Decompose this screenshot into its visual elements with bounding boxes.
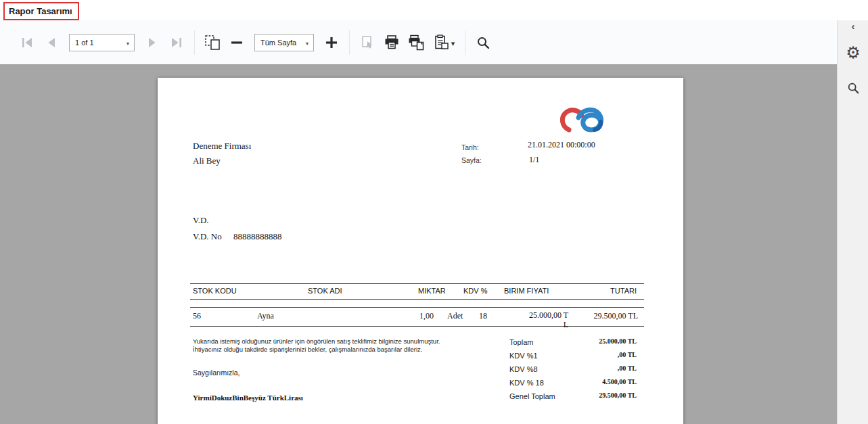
total-row: KDV %1 ,00 TL xyxy=(509,351,637,362)
amount-in-words: YirmiDokuzBinBeşyüz TürkLirası xyxy=(193,394,303,402)
page-selector-value: 1 of 1 xyxy=(70,39,122,47)
table-rule xyxy=(190,307,644,308)
page-label: Sayfa: xyxy=(461,156,482,164)
total-row: KDV % 18 4.500,00 TL xyxy=(509,378,637,390)
export-icon xyxy=(433,34,449,51)
cell-miktar: 1,00 xyxy=(419,311,434,321)
column-header-birim-fiyati: BIRIM FIYATI xyxy=(504,287,549,295)
tax-no-value: 88888888888 xyxy=(233,231,282,242)
zoom-out-icon xyxy=(231,37,243,49)
title-annotation-box: Rapor Tasarımı xyxy=(3,2,79,20)
search-button[interactable] xyxy=(471,30,495,55)
export-dropdown-button[interactable] xyxy=(428,30,459,55)
date-value: 21.01.2021 00:00:00 xyxy=(528,140,595,150)
print-selection-button[interactable] xyxy=(355,30,380,55)
previous-page-button[interactable] xyxy=(39,30,64,55)
total-label: KDV %1 xyxy=(509,352,538,360)
footer-note-line2: İhtiyacınız olduğu takdirde siparişlerin… xyxy=(193,346,423,353)
right-panel xyxy=(837,20,868,424)
search-icon xyxy=(476,35,490,50)
search-icon xyxy=(846,81,860,95)
cell-stok-kodu: 56 xyxy=(193,311,201,321)
last-page-button[interactable] xyxy=(164,30,189,55)
zoom-in-button[interactable] xyxy=(319,30,344,55)
multi-page-view-icon xyxy=(204,34,221,51)
tax-office-label: V.D. xyxy=(193,215,209,226)
table-rule xyxy=(190,283,644,284)
window-title: Rapor Tasarımı xyxy=(9,6,72,16)
settings-button[interactable] xyxy=(838,38,868,68)
print-selection-icon xyxy=(359,34,375,51)
report-page: Deneme Firması Ali Bey Tarih: 21.01.2021… xyxy=(158,78,683,424)
next-page-icon xyxy=(144,34,160,51)
cell-birim-fiyati: 25.000,00 TL xyxy=(527,311,568,330)
toolbar-separator xyxy=(349,30,350,55)
total-label: Toplam xyxy=(509,338,533,346)
total-row: Genel Toplam 29.500,00 TL xyxy=(509,392,637,403)
toolbar-separator xyxy=(465,30,465,55)
title-bar: Rapor Tasarımı xyxy=(0,0,868,20)
print-button[interactable] xyxy=(380,30,404,55)
print-icon xyxy=(383,34,401,51)
footer-note-line1: Yukarıda istemiş olduğunuz ürünler için … xyxy=(193,337,440,345)
zoom-selector-dropdown[interactable]: Tüm Sayfa xyxy=(254,34,314,51)
date-label: Tarih: xyxy=(461,143,479,151)
column-header-kdv: KDV % xyxy=(463,287,487,295)
zoom-out-button[interactable] xyxy=(225,30,249,55)
column-header-stok-kodu: STOK KODU xyxy=(193,287,237,295)
preview-area[interactable]: Deneme Firması Ali Bey Tarih: 21.01.2021… xyxy=(0,64,837,424)
toolbar-separator xyxy=(194,30,195,55)
total-row: Toplam 25.000,00 TL xyxy=(509,337,637,349)
recipient-name: Ali Bey xyxy=(193,156,221,166)
chevron-down-icon xyxy=(301,39,313,47)
company-logo xyxy=(558,103,614,142)
company-name: Deneme Firması xyxy=(193,141,251,151)
zoom-selector-value: Tüm Sayfa xyxy=(255,39,301,47)
page-value: 1/1 xyxy=(529,155,539,165)
next-page-button[interactable] xyxy=(140,30,164,55)
column-header-miktar: MIKTAR xyxy=(418,287,446,295)
total-row: KDV %8 ,00 TL xyxy=(509,364,637,376)
table-rule xyxy=(190,326,644,327)
zoom-in-icon xyxy=(325,37,338,49)
first-page-icon xyxy=(19,34,35,51)
tax-no-label: V.D. No xyxy=(193,231,222,242)
collapse-panel-button[interactable] xyxy=(838,20,868,34)
total-label: Genel Toplam xyxy=(509,392,555,400)
total-label: KDV % 18 xyxy=(509,379,544,387)
previous-page-icon xyxy=(43,34,60,51)
total-value: ,00 TL xyxy=(618,351,637,358)
cell-stok-adi: Ayna xyxy=(257,311,274,321)
first-page-button[interactable] xyxy=(15,30,39,55)
multi-page-view-button[interactable] xyxy=(200,30,225,55)
toolbar: 1 of 1 Tüm Sayfa xyxy=(0,20,837,64)
gear-icon xyxy=(846,43,861,62)
total-value: 29.500,00 TL xyxy=(599,392,637,399)
table-rule xyxy=(190,299,644,300)
cell-birim: Adet xyxy=(447,311,463,321)
column-header-stok-adi: STOK ADI xyxy=(308,287,342,295)
chevron-down-icon xyxy=(122,39,134,47)
total-value: 4.500,00 TL xyxy=(602,378,637,385)
page-selector-dropdown[interactable]: 1 of 1 xyxy=(69,34,135,51)
chevron-down-icon xyxy=(451,37,455,49)
last-page-icon xyxy=(168,34,185,51)
column-header-tutari: TUTARI xyxy=(591,287,637,295)
total-value: ,00 TL xyxy=(618,364,637,372)
total-value: 25.000,00 TL xyxy=(599,337,637,345)
quick-print-icon xyxy=(407,34,425,51)
cell-kdv: 18 xyxy=(479,311,487,321)
cell-tutari: 29.500,00 TL xyxy=(580,311,638,321)
quick-print-button[interactable] xyxy=(404,30,428,55)
regards-text: Saygılarımızla, xyxy=(193,369,239,377)
total-label: KDV %8 xyxy=(509,365,538,373)
report-preview-window: Rapor Tasarımı 1 of 1 xyxy=(0,0,868,424)
panel-search-button[interactable] xyxy=(838,73,868,103)
